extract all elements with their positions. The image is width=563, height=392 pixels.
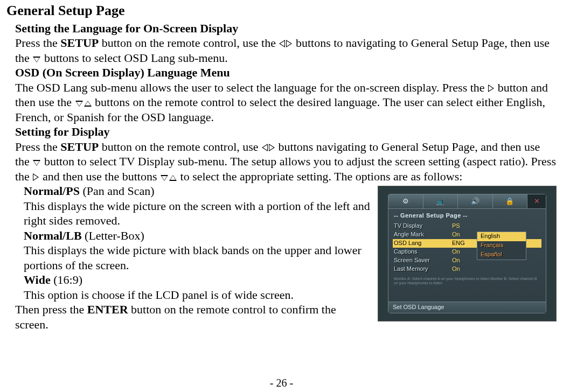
osd-row-label: TV Display: [394, 222, 447, 230]
osd-row-label: OSD Lang: [394, 240, 447, 247]
section3-heading: Setting for Display: [15, 124, 557, 139]
option1-body: This displays the wide picture on the sc…: [24, 199, 370, 228]
triangle-left-icon: [279, 40, 285, 47]
osd-status-bar: Set OSD Language: [388, 302, 546, 313]
osd-row-last-memory[interactable]: Last Memory On: [393, 265, 541, 274]
text: to select the appropriate setting. The o…: [177, 170, 462, 183]
osd-screenshot: ⚙ 📺 🔊 🔒 ✕ -- General Setup Page -- TV Di…: [378, 186, 557, 321]
section1-paragraph: Press the SETUP button on the remote con…: [15, 36, 557, 65]
option1-name: Normal/PS: [24, 184, 80, 198]
osd-row-value: ENG: [452, 240, 474, 247]
enter-keyword: ENTER: [87, 303, 128, 316]
osd-row-label: Captions: [394, 248, 447, 256]
osd-panel: ⚙ 📺 🔊 🔒 ✕ -- General Setup Page -- TV Di…: [388, 194, 546, 313]
osd-submenu-languages: English Français Español: [477, 232, 526, 260]
osd-body: -- General Setup Page -- TV Display PS A…: [388, 209, 546, 302]
option2-heading: Normal/LB (Letter-Box): [24, 228, 370, 243]
osd-tab-audio[interactable]: 🔊: [458, 194, 493, 208]
option3-body: This option is choose if the LCD panel i…: [24, 288, 370, 303]
osd-tab-close[interactable]: ✕: [527, 194, 546, 208]
osd-tab-video[interactable]: 📺: [423, 194, 458, 208]
option1-tail: (Pan and Scan): [80, 184, 155, 198]
osd-option-espanol[interactable]: Español: [477, 250, 526, 260]
osd-hint-text: Monitor A: Select channel A on your head…: [393, 277, 541, 285]
text: Press the: [15, 140, 60, 153]
text: Press the: [15, 36, 60, 50]
osd-option-francais[interactable]: Français: [477, 241, 526, 250]
triangle-right-icon: [286, 40, 292, 47]
text: buttons on the remote control to select …: [15, 95, 545, 124]
section1-heading: Setting the Language for On-Screen Displ…: [15, 21, 557, 36]
closing-paragraph: Then press the ENTER button on the remot…: [15, 302, 370, 332]
osd-row-tv-display[interactable]: TV Display PS: [393, 222, 541, 230]
option2-body: This displays the wide picture with blac…: [24, 243, 370, 272]
option2-name: Normal/LB: [24, 229, 82, 242]
section2-paragraph: The OSD Lang sub-menu allows the user to…: [15, 80, 557, 125]
osd-option-english[interactable]: English: [477, 232, 526, 241]
osd-row-value: PS: [452, 222, 474, 230]
triangle-right-icon: [269, 144, 275, 151]
triangle-left-icon: [262, 144, 268, 151]
option1-heading: Normal/PS (Pan and Scan): [24, 184, 370, 199]
text: Then press the: [15, 303, 87, 316]
page-title: General Setup Page: [6, 2, 557, 20]
option3-name: Wide: [24, 273, 51, 286]
osd-tab-general[interactable]: ⚙: [388, 194, 423, 208]
text: and then use the buttons: [43, 170, 160, 183]
option3-heading: Wide (16:9): [24, 272, 370, 288]
osd-row-value: On: [452, 231, 474, 239]
osd-row-value: On: [452, 248, 474, 256]
osd-title: -- General Setup Page --: [393, 211, 541, 222]
triangle-down-icon: [33, 57, 40, 62]
setup-keyword: SETUP: [60, 140, 99, 153]
text: buttons to select OSD Lang sub-menu.: [41, 51, 227, 65]
triangle-down-icon: [33, 160, 40, 166]
osd-row-value: On: [452, 257, 474, 264]
triangle-right-icon: [33, 173, 39, 181]
option2-tail: (Letter-Box): [82, 229, 144, 242]
page-number: - 26 -: [0, 376, 563, 390]
osd-row-label: Angle Mark: [394, 231, 447, 239]
triangle-up-icon: [169, 175, 177, 181]
setup-keyword: SETUP: [60, 36, 99, 50]
text: button on the remote control, use the: [99, 36, 276, 50]
osd-row-label: Last Memory: [394, 265, 447, 273]
osd-row-value: On: [452, 265, 474, 273]
option3-tail: (16:9): [51, 273, 82, 286]
text: The OSD Lang sub-menu allows the user to…: [15, 81, 485, 94]
triangle-up-icon: [84, 101, 92, 107]
osd-tab-lock[interactable]: 🔒: [493, 194, 528, 208]
triangle-right-icon: [488, 85, 494, 92]
triangle-down-icon: [161, 175, 168, 181]
triangle-down-icon: [75, 101, 83, 107]
osd-row-label: Screen Saver: [394, 257, 447, 264]
osd-tabs: ⚙ 📺 🔊 🔒 ✕: [388, 194, 546, 209]
section3-paragraph: Press the SETUP button on the remote con…: [15, 139, 557, 184]
text: button on the remote control, use: [99, 140, 258, 153]
section2-heading: OSD (On Screen Display) Language Menu: [15, 65, 557, 80]
